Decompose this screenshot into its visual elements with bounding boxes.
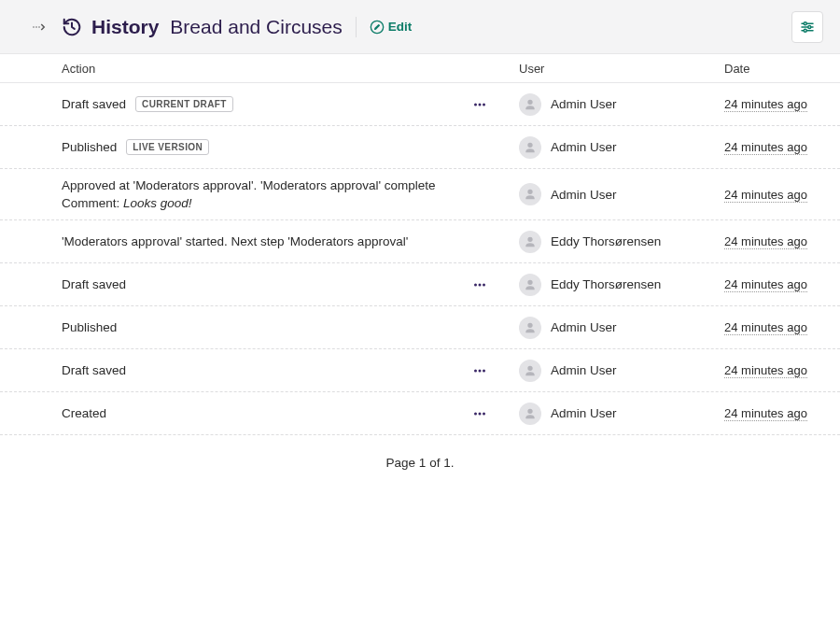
svg-point-21 [483,412,485,415]
table-row: Draft savedAdmin User24 minutes ago [0,349,840,392]
avatar-icon [519,403,541,425]
table-row: PublishedAdmin User24 minutes ago [0,306,840,349]
action-cell: Draft savedCURRENT DRAFT [62,93,519,116]
action-text: Approved at 'Moderators approval'. 'Mode… [62,178,500,192]
status-badge: LIVE VERSION [126,139,209,155]
user-cell: Eddy Thorsørensen [519,274,724,296]
date-cell: 24 minutes ago [724,277,840,291]
action-comment: Comment: Looks good! [62,196,500,210]
user-name: Admin User [551,97,617,111]
table-row: 'Moderators approval' started. Next step… [0,220,840,263]
date-cell: 24 minutes ago [724,406,840,420]
table-header: Action User Date [0,54,840,83]
svg-point-11 [479,103,482,106]
avatar-icon [519,136,541,159]
action-text: Published [62,320,117,334]
page-title: Bread and Circuses [170,16,342,38]
page-header: History Bread and Circuses Edit [0,0,840,54]
svg-point-15 [483,283,485,286]
expand-sidebar-button[interactable] [28,16,50,38]
edit-button-label: Edit [388,20,413,34]
history-rows: Draft savedCURRENT DRAFTAdmin User24 min… [0,83,840,435]
action-cell: Draft saved [62,360,519,382]
svg-point-2 [38,26,40,28]
avatar-icon [519,274,541,296]
user-cell: Admin User [519,136,724,159]
action-text: Created [62,406,106,420]
date-text: 24 minutes ago [724,140,807,155]
avatar-icon [519,183,541,205]
user-cell: Admin User [519,183,724,205]
column-header-date: Date [724,62,840,76]
date-text: 24 minutes ago [724,406,807,421]
row-actions-menu-button[interactable] [469,403,491,425]
date-text: 24 minutes ago [724,277,807,292]
table-row: PublishedLIVE VERSIONAdmin User24 minute… [0,126,840,169]
avatar-icon [519,317,541,339]
svg-point-19 [474,412,477,415]
svg-point-17 [479,369,482,372]
row-actions-menu-button[interactable] [469,274,491,296]
date-text: 24 minutes ago [724,188,807,203]
user-name: Admin User [551,406,617,420]
date-cell: 24 minutes ago [724,234,840,248]
svg-point-7 [808,25,811,28]
user-name: Eddy Thorsørensen [551,234,661,248]
date-text: 24 minutes ago [724,97,807,112]
status-badge: CURRENT DRAFT [135,96,233,112]
date-cell: 24 minutes ago [724,320,840,334]
date-text: 24 minutes ago [724,363,807,378]
table-row: Draft savedEddy Thorsørensen24 minutes a… [0,263,840,306]
svg-point-12 [483,103,485,106]
date-cell: 24 minutes ago [724,140,840,154]
user-cell: Eddy Thorsørensen [519,231,724,253]
user-name: Admin User [551,363,617,377]
avatar-icon [519,360,541,382]
table-row: Approved at 'Moderators approval'. 'Mode… [0,169,840,220]
action-text: Draft saved [62,363,126,377]
column-header-action: Action [62,62,519,76]
svg-point-13 [474,283,477,286]
action-text: Draft saved [62,97,126,111]
table-row: Draft savedCURRENT DRAFTAdmin User24 min… [0,83,840,126]
column-header-user: User [519,62,724,76]
date-cell: 24 minutes ago [724,188,840,202]
svg-point-9 [804,29,806,32]
svg-point-5 [804,21,806,24]
page-section-title: History [91,16,159,38]
user-cell: Admin User [519,403,724,425]
avatar-icon [519,231,541,253]
user-name: Admin User [551,188,617,202]
action-cell: Draft saved [62,274,519,296]
history-icon [62,17,82,37]
action-cell: 'Moderators approval' started. Next step… [62,234,519,248]
user-name: Admin User [551,320,617,334]
date-cell: 24 minutes ago [724,97,840,111]
user-name: Admin User [551,140,617,154]
svg-point-14 [479,283,482,286]
user-cell: Admin User [519,317,724,339]
date-cell: 24 minutes ago [724,363,840,377]
svg-point-10 [474,103,477,106]
svg-point-18 [483,369,485,372]
pager-text: Page 1 of 1. [0,435,840,490]
user-cell: Admin User [519,93,724,116]
svg-point-20 [479,412,482,415]
date-text: 24 minutes ago [724,234,807,249]
svg-point-0 [33,26,35,28]
edit-button[interactable]: Edit [370,20,413,35]
row-actions-menu-button[interactable] [469,93,491,116]
row-actions-menu-button[interactable] [469,360,491,382]
user-cell: Admin User [519,360,724,382]
header-divider [356,17,357,37]
action-cell: PublishedLIVE VERSION [62,139,519,155]
action-cell: Approved at 'Moderators approval'. 'Mode… [62,178,519,210]
settings-button[interactable] [791,11,823,43]
action-text: Draft saved [62,277,126,291]
avatar-icon [519,93,541,116]
action-cell: Created [62,403,519,425]
svg-point-16 [474,369,477,372]
action-text: 'Moderators approval' started. Next step… [62,234,408,248]
table-row: CreatedAdmin User24 minutes ago [0,392,840,435]
svg-point-1 [35,26,37,28]
